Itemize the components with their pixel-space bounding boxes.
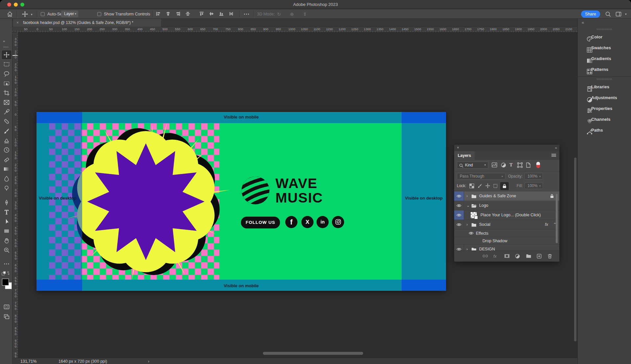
filter-adjustment-icon[interactable] bbox=[501, 162, 506, 169]
auto-select-checkbox[interactable] bbox=[41, 12, 45, 16]
dock-item-libraries[interactable]: Libraries bbox=[578, 82, 631, 92]
workspace-chevron-icon[interactable]: ▾ bbox=[625, 12, 627, 16]
blend-mode-dropdown[interactable]: Pass Through ▾ bbox=[457, 173, 505, 180]
screen-mode-icon[interactable] bbox=[3, 313, 10, 320]
dock-item-paths[interactable]: Paths bbox=[578, 125, 631, 136]
chevron-right-icon[interactable]: › bbox=[466, 194, 468, 198]
dock-item-patterns[interactable]: Patterns bbox=[578, 64, 631, 75]
close-tab-icon[interactable]: × bbox=[16, 19, 19, 27]
clone-stamp-tool[interactable] bbox=[3, 137, 10, 144]
new-layer-icon[interactable] bbox=[537, 254, 542, 260]
move-tool[interactable] bbox=[2, 50, 12, 59]
delete-icon[interactable] bbox=[548, 254, 552, 260]
link-icon[interactable] bbox=[482, 254, 488, 259]
lock-artboard-icon[interactable] bbox=[493, 183, 498, 189]
gradient-tool[interactable] bbox=[3, 166, 10, 172]
move-tool-icon[interactable] bbox=[22, 11, 28, 17]
pen-tool[interactable] bbox=[3, 199, 10, 206]
lock-position-icon[interactable] bbox=[485, 183, 490, 189]
home-icon[interactable] bbox=[7, 11, 13, 17]
filter-smart-object-icon[interactable] bbox=[526, 162, 531, 169]
layer-row[interactable]: ›Guides & Safe Zone bbox=[454, 191, 559, 201]
dock-grip[interactable] bbox=[597, 78, 612, 80]
dock-item-adjustments[interactable]: Adjustments bbox=[578, 93, 631, 103]
filter-image-icon[interactable] bbox=[492, 162, 497, 168]
foreground-color-swatch[interactable] bbox=[2, 279, 9, 286]
eye-icon[interactable] bbox=[456, 213, 461, 218]
align-middle-icon[interactable] bbox=[209, 11, 214, 17]
tab-layers[interactable]: Layers bbox=[454, 151, 475, 160]
chevron-right-icon[interactable]: › bbox=[466, 247, 468, 250]
quick-mask-icon[interactable] bbox=[3, 304, 10, 310]
lock-pixels-icon[interactable] bbox=[477, 183, 482, 189]
object-selection-tool[interactable] bbox=[3, 80, 10, 87]
3d-mode-icons[interactable]: ↻ ⊕ ⇕ bbox=[277, 11, 311, 17]
opacity-field[interactable]: 100% ▾ bbox=[525, 173, 543, 180]
filter-type-icon[interactable]: T bbox=[509, 162, 513, 168]
adjustment-icon[interactable] bbox=[515, 254, 520, 260]
panel-menu-icon[interactable] bbox=[551, 153, 556, 159]
search-icon[interactable] bbox=[605, 11, 611, 17]
crop-tool[interactable] bbox=[3, 90, 10, 96]
filter-shape-icon[interactable] bbox=[517, 162, 523, 169]
layer-thumbnail[interactable] bbox=[471, 212, 477, 218]
dock-grip[interactable] bbox=[597, 29, 612, 30]
frame-tool[interactable] bbox=[3, 99, 10, 106]
swap-colors-icon[interactable] bbox=[1, 271, 11, 276]
document-canvas[interactable]: WAVE MUSIC Visible on mobile Visible on … bbox=[36, 112, 446, 291]
fill-field[interactable]: 100% ▾ bbox=[525, 182, 543, 189]
collapse-dock-icon[interactable]: ‹‹ bbox=[582, 20, 584, 25]
share-button[interactable]: Share bbox=[581, 11, 600, 18]
horizontal-ruler[interactable]: 5005010015020025030035040045050055060065… bbox=[12, 27, 631, 32]
zoom-level-field[interactable]: 131,71% bbox=[20, 359, 36, 364]
history-brush-tool[interactable] bbox=[3, 147, 10, 153]
brush-tool[interactable] bbox=[3, 128, 10, 134]
layer-visibility-cell[interactable] bbox=[454, 210, 464, 220]
dock-item-gradients[interactable]: Gradients bbox=[578, 54, 631, 64]
layer-row[interactable]: Effects bbox=[454, 229, 559, 237]
layer-row[interactable]: Drop Shadow bbox=[454, 237, 559, 245]
eyedropper-tool[interactable] bbox=[3, 109, 10, 115]
vertical-scrollbar[interactable] bbox=[574, 158, 576, 341]
lasso-tool[interactable] bbox=[3, 71, 10, 77]
align-top-icon[interactable] bbox=[199, 11, 204, 17]
marquee-tool[interactable] bbox=[3, 61, 10, 68]
document-tab[interactable]: × facebook header.psd @ 132% (Guides & S… bbox=[13, 19, 161, 27]
chevron-right-icon[interactable]: › bbox=[466, 223, 468, 227]
dock-item-channels[interactable]: Channels bbox=[578, 114, 631, 125]
blur-tool[interactable] bbox=[3, 175, 10, 182]
eye-icon[interactable] bbox=[456, 194, 461, 199]
expand-toolbar-icon[interactable]: » bbox=[3, 39, 5, 43]
layer-visibility-cell[interactable] bbox=[454, 245, 464, 250]
layer-visibility-cell[interactable] bbox=[454, 220, 464, 229]
layer-visibility-cell[interactable] bbox=[454, 191, 464, 201]
more-tools[interactable] bbox=[3, 261, 10, 267]
eye-icon[interactable] bbox=[456, 204, 461, 208]
path-selection-tool[interactable] bbox=[3, 218, 10, 225]
fx-badge[interactable]: fx bbox=[545, 223, 548, 227]
new-group-icon[interactable] bbox=[526, 254, 531, 259]
rectangle-tool[interactable] bbox=[3, 228, 10, 234]
layer-row[interactable]: ›DESIGN bbox=[454, 245, 559, 250]
dodge-tool[interactable] bbox=[3, 185, 10, 191]
layer-row[interactable]: ›Socialfx⌃ bbox=[454, 220, 559, 229]
layer-row[interactable]: Place Your Logo... (Double Click) bbox=[454, 210, 559, 220]
align-bottom-icon[interactable] bbox=[219, 11, 224, 17]
collapse-panel-icon[interactable]: ‹‹ bbox=[555, 146, 557, 150]
layer-mask-icon[interactable] bbox=[504, 254, 510, 259]
dock-item-color[interactable]: Color bbox=[578, 32, 631, 42]
lock-all-icon[interactable] bbox=[500, 182, 509, 190]
align-left-icon[interactable] bbox=[156, 11, 161, 17]
status-chevron-icon[interactable]: › bbox=[148, 359, 149, 364]
filter-toggle[interactable] bbox=[536, 162, 540, 168]
vertical-ruler[interactable]: 3002502001501005005010015020025030035040… bbox=[12, 32, 18, 358]
show-transform-checkbox[interactable] bbox=[97, 12, 101, 16]
type-tool[interactable] bbox=[3, 209, 10, 215]
eye-icon[interactable] bbox=[456, 223, 461, 227]
more-options-icon[interactable] bbox=[243, 11, 250, 17]
eraser-tool[interactable] bbox=[3, 156, 10, 163]
filter-kind-dropdown[interactable]: Kind ▾ bbox=[457, 161, 488, 169]
healing-brush-tool[interactable] bbox=[3, 118, 10, 125]
toolbar-grip[interactable] bbox=[4, 46, 9, 48]
eye-icon[interactable] bbox=[469, 231, 474, 236]
